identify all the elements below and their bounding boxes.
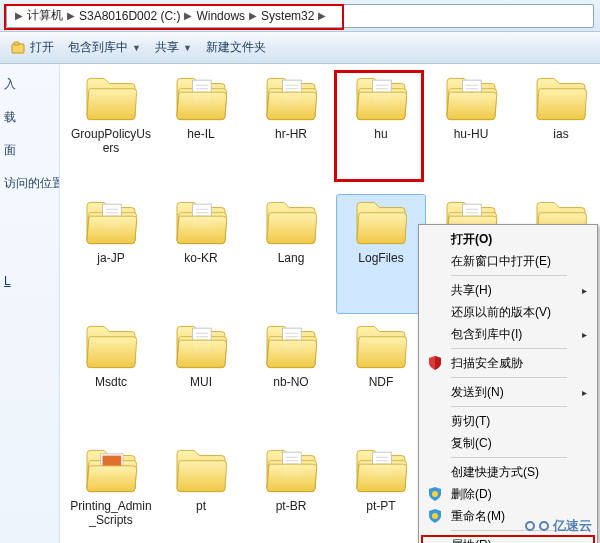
menu-label: 发送到(N) — [451, 384, 504, 401]
folder-item[interactable]: pt-PT — [336, 442, 426, 543]
folder-item[interactable]: pt-BR — [246, 442, 336, 543]
menu-label: 属性(R) — [451, 537, 492, 544]
chevron-down-icon: ▼ — [132, 43, 141, 53]
open-button[interactable]: 打开 — [10, 39, 54, 56]
watermark-text: 亿速云 — [553, 517, 592, 535]
include-library-button[interactable]: 包含到库中 ▼ — [68, 39, 141, 56]
breadcrumb-drive[interactable]: S3A8016D002 (C:) — [79, 9, 180, 23]
folder-icon — [173, 447, 229, 495]
menu-label: 还原以前的版本(V) — [451, 304, 551, 321]
menu-open[interactable]: 打开(O) — [421, 228, 595, 250]
folder-label: GroupPolicyUsers — [69, 127, 153, 156]
shield-icon — [427, 355, 443, 371]
menu-share[interactable]: 共享(H) — [421, 279, 595, 301]
menu-label: 包含到库中(I) — [451, 326, 522, 343]
folder-icon — [173, 199, 229, 247]
sidebar-item[interactable]: 访问的位置 — [4, 175, 55, 192]
watermark: 亿速云 — [525, 517, 592, 535]
folder-label: pt-PT — [366, 499, 395, 513]
folder-icon — [263, 323, 319, 371]
breadcrumb-windows[interactable]: Windows — [196, 9, 245, 23]
folder-label: Msdtc — [95, 375, 127, 389]
folder-icon — [173, 323, 229, 371]
folder-item[interactable]: Lang — [246, 194, 336, 314]
menu-label: 扫描安全威胁 — [451, 355, 523, 372]
menu-delete[interactable]: 删除(D) — [421, 483, 595, 505]
folder-label: Lang — [278, 251, 305, 265]
folder-icon — [263, 447, 319, 495]
open-icon — [10, 40, 26, 56]
folder-item[interactable]: LogFiles — [336, 194, 426, 314]
menu-label: 在新窗口中打开(E) — [451, 253, 551, 270]
folder-label: ias — [553, 127, 568, 141]
folder-label: NDF — [369, 375, 394, 389]
menu-include-library[interactable]: 包含到库中(I) — [421, 323, 595, 345]
folder-item[interactable]: pt — [156, 442, 246, 543]
folder-item[interactable]: ias — [516, 70, 600, 190]
menu-create-shortcut[interactable]: 创建快捷方式(S) — [421, 461, 595, 483]
menu-scan-threats[interactable]: 扫描安全威胁 — [421, 352, 595, 374]
chevron-right-icon: ▶ — [184, 10, 192, 21]
folder-item[interactable]: hu — [336, 70, 426, 190]
menu-copy[interactable]: 复制(C) — [421, 432, 595, 454]
folder-item[interactable]: Msdtc — [66, 318, 156, 438]
folder-item[interactable]: Printing_Admin_Scripts — [66, 442, 156, 543]
folder-icon — [443, 75, 499, 123]
folder-icon — [263, 75, 319, 123]
folder-icon — [83, 75, 139, 123]
menu-label: 打开(O) — [451, 231, 492, 248]
open-label: 打开 — [30, 39, 54, 56]
folder-label: ko-KR — [184, 251, 217, 265]
folder-item[interactable]: MUI — [156, 318, 246, 438]
address-bar: ▶ 计算机 ▶ S3A8016D002 (C:) ▶ Windows ▶ Sys… — [0, 0, 600, 32]
breadcrumb-computer[interactable]: 计算机 — [27, 7, 63, 24]
folder-item[interactable]: nb-NO — [246, 318, 336, 438]
sidebar-item[interactable]: 入 — [4, 76, 55, 93]
sidebar-item[interactable]: L — [4, 274, 55, 288]
breadcrumb-system32[interactable]: System32 — [261, 9, 314, 23]
folder-label: hr-HR — [275, 127, 307, 141]
menu-properties[interactable]: 属性(R) — [421, 534, 595, 543]
folder-label: hu-HU — [454, 127, 489, 141]
folder-label: nb-NO — [273, 375, 308, 389]
folder-icon — [533, 75, 589, 123]
folder-icon — [263, 199, 319, 247]
folder-item[interactable]: hr-HR — [246, 70, 336, 190]
folder-icon — [353, 199, 409, 247]
breadcrumb[interactable]: ▶ 计算机 ▶ S3A8016D002 (C:) ▶ Windows ▶ Sys… — [6, 4, 594, 28]
folder-item[interactable]: NDF — [336, 318, 426, 438]
folder-label: LogFiles — [358, 251, 403, 265]
folder-item[interactable]: ko-KR — [156, 194, 246, 314]
folder-item[interactable]: ja-JP — [66, 194, 156, 314]
menu-cut[interactable]: 剪切(T) — [421, 410, 595, 432]
menu-open-new-window[interactable]: 在新窗口中打开(E) — [421, 250, 595, 272]
folder-label: pt — [196, 499, 206, 513]
share-button[interactable]: 共享 ▼ — [155, 39, 192, 56]
toolbar: 打开 包含到库中 ▼ 共享 ▼ 新建文件夹 — [0, 32, 600, 64]
folder-icon — [83, 323, 139, 371]
chevron-right-icon: ▶ — [67, 10, 75, 21]
menu-send-to[interactable]: 发送到(N) — [421, 381, 595, 403]
new-folder-button[interactable]: 新建文件夹 — [206, 39, 266, 56]
sidebar-item[interactable]: 面 — [4, 142, 55, 159]
shield-icon — [427, 486, 443, 502]
folder-item[interactable]: GroupPolicyUsers — [66, 70, 156, 190]
menu-label: 重命名(M) — [451, 508, 505, 525]
menu-separator — [451, 406, 567, 407]
navigation-pane[interactable]: 入 载 面 访问的位置 L — [0, 64, 60, 543]
folder-label: MUI — [190, 375, 212, 389]
folder-item[interactable]: hu-HU — [426, 70, 516, 190]
menu-separator — [451, 457, 567, 458]
folder-label: Printing_Admin_Scripts — [69, 499, 153, 528]
chevron-down-icon: ▼ — [183, 43, 192, 53]
sidebar-item[interactable]: 载 — [4, 109, 55, 126]
menu-label: 删除(D) — [451, 486, 492, 503]
folder-item[interactable]: he-IL — [156, 70, 246, 190]
new-folder-label: 新建文件夹 — [206, 39, 266, 56]
menu-label: 剪切(T) — [451, 413, 490, 430]
menu-restore-previous[interactable]: 还原以前的版本(V) — [421, 301, 595, 323]
menu-separator — [451, 377, 567, 378]
folder-icon — [83, 447, 139, 495]
folder-icon — [83, 199, 139, 247]
chevron-right-icon: ▶ — [318, 10, 326, 21]
